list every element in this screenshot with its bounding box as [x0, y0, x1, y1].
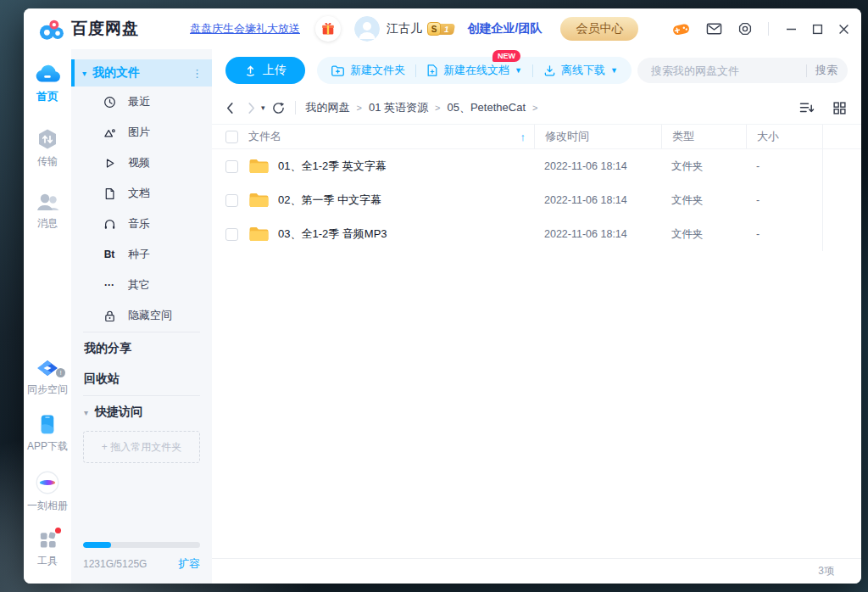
brand[interactable]: 百度网盘: [39, 18, 139, 41]
table-row[interactable]: 01、全1-2季 英文字幕 2022-11-06 18:14 文件夹 -: [212, 149, 861, 183]
sidebar-item-music[interactable]: 音乐: [71, 209, 212, 239]
sidebar: ▾ 我的文件 ⋮ 最近 图片 视频: [71, 49, 212, 584]
rail-item-yike-album[interactable]: 一刻相册: [27, 471, 68, 513]
folder-icon: [248, 226, 270, 243]
my-files-label: 我的文件: [92, 65, 140, 81]
upload-icon: [244, 64, 257, 77]
breadcrumb-separator: >: [532, 103, 537, 113]
table-row[interactable]: 02、第一季 中文字幕 2022-11-06 18:14 文件夹 -: [212, 183, 861, 217]
breadcrumb-level1[interactable]: 01 英语资源: [369, 100, 428, 115]
sidebar-item-pictures[interactable]: 图片: [71, 117, 212, 148]
rail-item-tools[interactable]: 工具: [37, 530, 58, 568]
breadcrumb-root[interactable]: 我的网盘: [306, 100, 350, 115]
new-doc-icon: [426, 64, 438, 77]
music-headphones-icon: [102, 218, 117, 231]
sort-ascending-icon[interactable]: ↑: [520, 131, 526, 143]
more-options-icon[interactable]: ⋮: [192, 67, 203, 80]
svip-level-badge[interactable]: S 1: [427, 22, 454, 36]
create-team-link[interactable]: 创建企业/团队: [468, 21, 542, 36]
rail-item-messages[interactable]: 消息: [36, 193, 60, 231]
rail-item-transfer[interactable]: 传输: [36, 128, 58, 169]
toolbar-divider: [532, 64, 533, 77]
close-icon[interactable]: [838, 24, 849, 35]
tree-label: 最近: [128, 94, 150, 109]
refresh-icon[interactable]: [272, 102, 285, 114]
quick-access-dropzone[interactable]: + 拖入常用文件夹: [83, 431, 200, 463]
sidebar-item-hidden-space[interactable]: 隐藏空间: [71, 300, 212, 331]
storage-progress-bar[interactable]: [83, 542, 200, 548]
breadcrumb-row: ▾ 我的网盘 > 01 英语资源 > 05、PetetheCat >: [212, 92, 861, 124]
sidebar-item-recycle-bin[interactable]: 回收站: [71, 364, 212, 394]
lock-icon: [102, 310, 117, 322]
rail-label-home: 首页: [36, 89, 58, 104]
app-title: 百度网盘: [71, 18, 139, 40]
rail-label-tools: 工具: [37, 554, 58, 568]
upload-button[interactable]: 上传: [225, 57, 305, 84]
rail-item-app-download[interactable]: APP下载: [27, 414, 68, 454]
maximize-icon[interactable]: [812, 24, 823, 35]
sidebar-item-videos[interactable]: 视频: [71, 148, 212, 178]
sidebar-divider: [83, 395, 200, 396]
new-folder-button[interactable]: 新建文件夹: [331, 63, 405, 78]
username[interactable]: 江古儿: [387, 21, 422, 36]
sidebar-item-recent[interactable]: 最近: [71, 87, 212, 117]
minimize-icon[interactable]: [786, 24, 797, 35]
column-header-name[interactable]: 文件名: [248, 129, 281, 144]
file-name[interactable]: 01、全1-2季 英文字幕: [278, 159, 387, 174]
sidebar-item-bt-seeds[interactable]: Bt 种子: [71, 239, 212, 270]
history-caret-icon[interactable]: ▾: [261, 103, 265, 112]
forward-icon[interactable]: [248, 102, 256, 114]
bt-icon: Bt: [102, 249, 117, 260]
sidebar-item-other[interactable]: ··· 其它: [71, 270, 212, 300]
sort-list-icon[interactable]: [799, 102, 815, 114]
column-header-time[interactable]: 修改时间: [545, 129, 589, 144]
dropdown-caret-icon: ▼: [515, 66, 522, 75]
expand-storage-link[interactable]: 扩容: [178, 556, 200, 572]
promo-link[interactable]: 盘盘庆生会壕礼大放送: [190, 21, 300, 36]
folder-icon: [248, 192, 270, 209]
offline-download-button[interactable]: 离线下载 ▼: [543, 63, 618, 78]
grid-view-icon[interactable]: [833, 102, 846, 114]
select-all-checkbox[interactable]: [225, 131, 238, 143]
sidebar-item-my-files[interactable]: ▾ 我的文件 ⋮: [71, 59, 212, 87]
baidu-netdisk-logo-icon: [39, 18, 64, 41]
column-header-type[interactable]: 类型: [672, 129, 694, 144]
file-name[interactable]: 02、第一季 中文字幕: [278, 193, 381, 208]
mail-icon[interactable]: [706, 22, 722, 36]
table-row[interactable]: 03、全1-2季 音频MP3 2022-11-06 18:14 文件夹 -: [212, 217, 861, 251]
breadcrumb-level2[interactable]: 05、PetetheCat: [447, 100, 526, 115]
search-button[interactable]: 搜索: [815, 63, 837, 78]
user-avatar[interactable]: [354, 16, 380, 42]
item-count: 3项: [818, 564, 834, 578]
member-center-button[interactable]: 会员中心: [560, 17, 638, 41]
picture-icon: [102, 126, 117, 139]
search-input[interactable]: [651, 64, 798, 77]
sync-warning-badge: !: [56, 368, 65, 377]
sidebar-item-my-share[interactable]: 我的分享: [71, 333, 212, 364]
row-checkbox[interactable]: [225, 228, 238, 241]
baidu-netdisk-window: 百度网盘 盘盘庆生会壕礼大放送 江古儿 S 1 创建企业/团队 会员中心: [24, 8, 861, 584]
clock-icon: [102, 96, 117, 109]
tree-label: 隐藏空间: [128, 308, 172, 323]
game-center-icon[interactable]: [671, 21, 691, 37]
back-icon[interactable]: [225, 102, 234, 114]
file-size: -: [756, 160, 760, 172]
home-cloud-icon: [34, 63, 61, 85]
rail-label-yike-album: 一刻相册: [27, 499, 68, 513]
tree-label: 其它: [128, 277, 150, 293]
sidebar-item-quick-access[interactable]: ▾ 快捷访问: [71, 397, 212, 427]
column-header-size[interactable]: 大小: [757, 129, 779, 144]
rail-item-home[interactable]: 首页: [34, 63, 61, 104]
row-checkbox[interactable]: [225, 194, 238, 207]
new-online-doc-button[interactable]: NEW 新建在线文档 ▼: [426, 63, 522, 78]
search-divider: [806, 64, 807, 77]
gift-icon[interactable]: [315, 16, 341, 42]
file-type: 文件夹: [671, 227, 704, 242]
rail-label-app-download: APP下载: [27, 439, 68, 454]
tree-label: 音乐: [128, 216, 150, 232]
row-checkbox[interactable]: [225, 160, 238, 173]
file-name[interactable]: 03、全1-2季 音频MP3: [278, 226, 387, 242]
settings-gear-icon[interactable]: [737, 21, 753, 36]
rail-item-sync-space[interactable]: ! 同步空间: [27, 360, 68, 397]
sidebar-item-documents[interactable]: 文档: [71, 178, 212, 209]
